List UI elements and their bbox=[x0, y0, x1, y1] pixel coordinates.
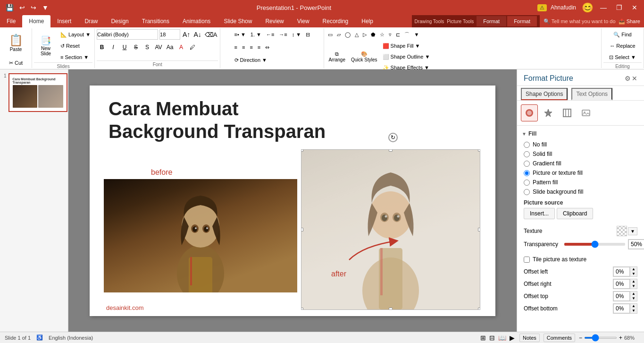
rotate-handle[interactable]: ↻ bbox=[388, 133, 398, 142]
panel-close-btn[interactable]: ✕ bbox=[632, 75, 637, 82]
tab-help[interactable]: Help bbox=[355, 15, 380, 27]
shape-btn-7[interactable]: ☆ bbox=[378, 29, 386, 40]
save-btn[interactable]: 💾 bbox=[4, 3, 16, 12]
slide-thumbnail[interactable]: Cara Membuat Background Transparan bbox=[8, 73, 67, 112]
tab-recording[interactable]: Recording bbox=[316, 15, 355, 27]
undo-btn[interactable]: ↩ bbox=[17, 3, 27, 12]
offset-right-down[interactable]: ▼ bbox=[630, 284, 637, 289]
shape-fill-btn[interactable]: 🟥 Shape Fill ▼ bbox=[381, 41, 432, 51]
more-shapes-btn[interactable]: ▼ bbox=[412, 29, 421, 40]
quick-styles-btn[interactable]: 🎨Quick Styles bbox=[349, 46, 380, 67]
reset-btn[interactable]: ↺ Reset bbox=[59, 41, 92, 51]
rtl-btn[interactable]: ⇔ bbox=[263, 42, 271, 52]
new-slide-btn[interactable]: 📑 New Slide bbox=[34, 33, 58, 59]
after-image[interactable] bbox=[301, 149, 480, 310]
text-direction-btn[interactable]: ⟳ Direction ▼ bbox=[233, 55, 269, 65]
shape-btn-9[interactable]: ⊏ bbox=[394, 29, 402, 40]
shape-options-tab[interactable]: Shape Options bbox=[521, 88, 568, 100]
line-spacing-btn[interactable]: ↕ ▼ bbox=[290, 29, 303, 40]
clipboard-picture-btn[interactable]: Clipboard bbox=[557, 208, 593, 219]
tile-checkbox[interactable] bbox=[524, 257, 530, 263]
char-spacing-btn[interactable]: AV bbox=[153, 42, 164, 52]
effects-icon-btn[interactable] bbox=[540, 104, 557, 121]
replace-btn[interactable]: ↔ Replace bbox=[608, 41, 637, 51]
shape-btn-10[interactable]: ⌒ bbox=[402, 29, 411, 40]
offset-left-down[interactable]: ▼ bbox=[630, 272, 637, 276]
bullets-btn[interactable]: ≡• ▼ bbox=[233, 29, 248, 40]
minimize-btn[interactable]: — bbox=[597, 3, 610, 12]
highlight-btn[interactable]: 🖊 bbox=[187, 42, 198, 52]
handle-bm[interactable] bbox=[389, 308, 393, 310]
restore-btn[interactable]: ❐ bbox=[613, 3, 625, 12]
handle-tr[interactable] bbox=[478, 149, 480, 152]
zoom-in-btn[interactable]: + bbox=[619, 334, 622, 341]
normal-view-btn[interactable]: ⊞ bbox=[479, 333, 487, 343]
offset-right-up[interactable]: ▲ bbox=[630, 279, 637, 284]
slide-bg-fill-option[interactable]: Slide background fill bbox=[524, 187, 637, 197]
fill-line-icon-btn[interactable] bbox=[521, 104, 538, 121]
increase-indent-btn[interactable]: →≡ bbox=[277, 29, 289, 40]
gradient-fill-option[interactable]: Gradient fill bbox=[524, 159, 637, 168]
clear-format-btn[interactable]: ⌫A bbox=[204, 30, 218, 39]
slide-bg-fill-radio[interactable] bbox=[524, 189, 530, 195]
comments-btn[interactable]: Comments bbox=[544, 334, 575, 342]
layout-btn[interactable]: 📐 Layout ▼ bbox=[59, 29, 92, 40]
tab-draw[interactable]: Draw bbox=[78, 15, 104, 27]
align-left-btn[interactable]: ≡ bbox=[233, 42, 239, 52]
justify-btn[interactable]: ≡ bbox=[256, 42, 262, 52]
offset-top-up[interactable]: ▲ bbox=[630, 292, 637, 296]
handle-br[interactable] bbox=[478, 308, 480, 310]
offset-bottom-up[interactable]: ▲ bbox=[630, 304, 637, 309]
strikethrough-btn[interactable]: S bbox=[131, 42, 141, 52]
transparency-value[interactable]: 50% bbox=[628, 240, 644, 249]
underline-btn[interactable]: U bbox=[119, 42, 130, 52]
customize-qa-btn[interactable]: ▼ bbox=[40, 3, 50, 12]
shape-btn-2[interactable]: ▱ bbox=[335, 29, 343, 40]
tab-slideshow[interactable]: Slide Show bbox=[217, 15, 259, 27]
offset-top-down[interactable]: ▼ bbox=[630, 296, 637, 301]
align-center-btn[interactable]: ≡ bbox=[240, 42, 247, 52]
tab-view[interactable]: View bbox=[291, 15, 316, 27]
shape-btn-3[interactable]: ◯ bbox=[343, 29, 352, 40]
handle-tl[interactable] bbox=[301, 149, 303, 152]
offset-left-value[interactable]: 0% bbox=[613, 267, 630, 276]
zoom-out-btn[interactable]: − bbox=[579, 334, 582, 341]
shape-btn-1[interactable]: ▭ bbox=[326, 29, 335, 40]
paste-button[interactable]: 📋 Paste bbox=[6, 29, 26, 56]
offset-bottom-down[interactable]: ▼ bbox=[630, 309, 637, 313]
reading-view-btn[interactable]: 📖 bbox=[497, 333, 507, 343]
columns-btn[interactable]: ⊟ bbox=[304, 29, 312, 40]
panel-settings-btn[interactable]: ⚙ bbox=[625, 75, 631, 82]
handle-mr[interactable] bbox=[478, 228, 480, 232]
solid-fill-radio[interactable] bbox=[524, 151, 530, 157]
cut-btn[interactable]: ✂ Cut bbox=[7, 58, 25, 68]
decrease-indent-btn[interactable]: ←≡ bbox=[264, 29, 276, 40]
picture-fill-radio[interactable] bbox=[524, 170, 530, 176]
text-options-tab[interactable]: Text Options bbox=[571, 88, 612, 100]
case-btn[interactable]: Aa bbox=[165, 42, 175, 52]
zoom-level[interactable]: 68% bbox=[624, 335, 639, 341]
slide-sorter-btn[interactable]: ⊟ bbox=[488, 333, 496, 343]
italic-btn[interactable]: I bbox=[108, 42, 118, 52]
offset-bottom-value[interactable]: 0% bbox=[613, 304, 630, 313]
handle-tm[interactable] bbox=[389, 149, 393, 152]
shape-btn-6[interactable]: ⬟ bbox=[369, 29, 377, 40]
pattern-fill-radio[interactable] bbox=[524, 180, 530, 186]
size-properties-icon-btn[interactable] bbox=[559, 104, 576, 121]
texture-dropdown-btn[interactable]: ▼ bbox=[628, 227, 637, 235]
gradient-fill-radio[interactable] bbox=[524, 161, 530, 167]
shadow-btn[interactable]: S bbox=[142, 42, 152, 52]
tab-animations[interactable]: Animations bbox=[176, 15, 217, 27]
redo-btn[interactable]: ↪ bbox=[29, 3, 38, 12]
tab-file[interactable]: File bbox=[0, 15, 22, 27]
select-btn[interactable]: ⊡ Select ▼ bbox=[607, 52, 638, 62]
no-fill-option[interactable]: No fill bbox=[524, 140, 637, 149]
offset-right-value[interactable]: 0% bbox=[613, 279, 630, 289]
font-color-btn[interactable]: A bbox=[176, 42, 186, 52]
zoom-slider[interactable] bbox=[584, 337, 617, 339]
picture-icon-btn[interactable] bbox=[577, 104, 594, 121]
shape-outline-btn[interactable]: ⬜ Shape Outline ▼ bbox=[381, 51, 432, 62]
tell-me-box[interactable]: 🔍 Tell me what you want to do bbox=[544, 18, 616, 25]
solid-fill-option[interactable]: Solid fill bbox=[524, 149, 637, 159]
increase-font-btn[interactable]: A↑ bbox=[182, 30, 191, 39]
